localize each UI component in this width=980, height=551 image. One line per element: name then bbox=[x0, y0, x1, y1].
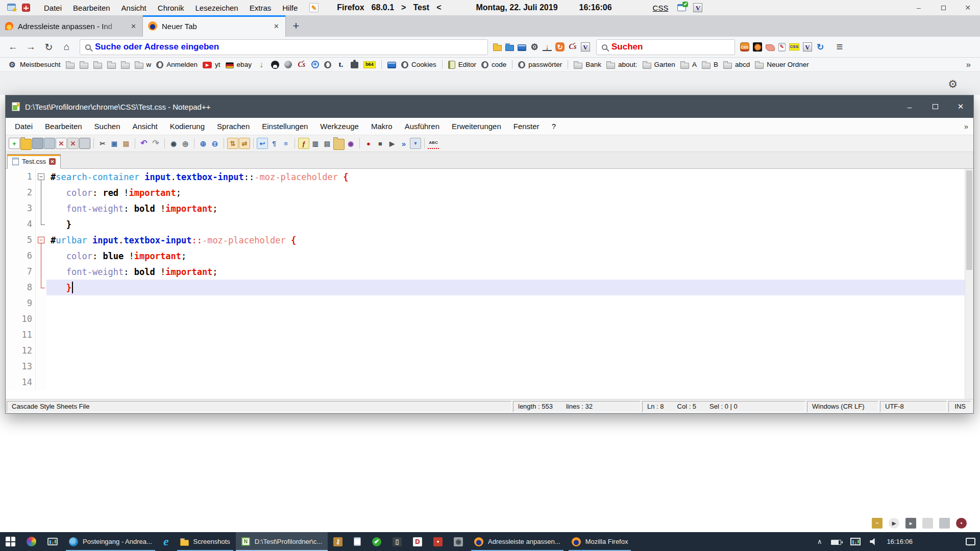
bookmark-folder-bank[interactable]: Bank bbox=[571, 61, 604, 69]
code-line-1[interactable]: 1−#search-container input.textbox-input:… bbox=[6, 169, 973, 185]
new-tab-button[interactable]: + bbox=[286, 15, 306, 37]
bookmark-folder[interactable] bbox=[91, 61, 105, 69]
red-box-icon[interactable]: ▪ bbox=[428, 532, 448, 551]
bookmark-anmelden[interactable]: Anmelden bbox=[154, 61, 200, 68]
code-line-6[interactable]: 6 color: blue !important; bbox=[6, 248, 973, 264]
bookmark-sphere[interactable] bbox=[282, 61, 295, 68]
lock-red-icon[interactable]: • bbox=[956, 518, 967, 529]
restore-button[interactable] bbox=[931, 0, 955, 15]
bookmark-b64[interactable]: b64 bbox=[361, 61, 378, 68]
paste-icon[interactable]: ▤ bbox=[120, 138, 132, 149]
tray-chevron-icon[interactable]: ∧ bbox=[813, 538, 827, 545]
bookmark-folder[interactable] bbox=[118, 61, 132, 69]
taskbar-firefox-2[interactable]: Mozilla Firefox bbox=[566, 532, 634, 551]
scrollbar-thumb[interactable] bbox=[966, 170, 972, 270]
function-list-icon[interactable]: ƒ bbox=[298, 138, 309, 149]
bookmark-folder[interactable] bbox=[63, 61, 77, 69]
notepadpp-titlebar[interactable]: D:\Test\Profilordner\chrome\CSS\Test.css… bbox=[6, 95, 973, 118]
reload-button[interactable]: ↻ bbox=[40, 39, 58, 55]
bookmark-folder-neuer-ordner[interactable]: Neuer Ordner bbox=[752, 61, 812, 69]
cut-icon[interactable]: ✂ bbox=[97, 138, 108, 149]
sync-scroll-v-icon[interactable]: ⇅ bbox=[227, 138, 238, 149]
doc-map-icon[interactable]: ▥ bbox=[310, 138, 321, 149]
network-icon[interactable] bbox=[846, 538, 865, 545]
fold-margin[interactable] bbox=[35, 248, 46, 264]
minimize-button[interactable]: – bbox=[906, 0, 931, 15]
close-all-icon[interactable]: ✕ bbox=[67, 138, 79, 149]
fold-margin[interactable] bbox=[35, 216, 46, 232]
notes-icon[interactable] bbox=[348, 532, 366, 551]
code-line-11[interactable]: 11 bbox=[6, 327, 973, 343]
npp-menu-einstellungen[interactable]: Einstellungen bbox=[256, 122, 314, 131]
save-all-icon[interactable] bbox=[44, 138, 55, 149]
bookmark-globe[interactable] bbox=[322, 61, 334, 68]
newtab-gear-icon[interactable]: ⚙ bbox=[948, 78, 958, 90]
bookmark-folder[interactable] bbox=[77, 61, 91, 69]
word-wrap-icon[interactable]: ↩ bbox=[257, 138, 268, 149]
browser-tab[interactable]: Adressleiste anpassen - Ind✕ bbox=[0, 15, 143, 37]
dark-app-icon[interactable]: ▯ bbox=[387, 532, 407, 551]
npp-menu-bearbeiten[interactable]: Bearbeiten bbox=[39, 122, 88, 131]
code-line-12[interactable]: 12 bbox=[6, 343, 973, 359]
bookmark-code[interactable]: code bbox=[479, 61, 509, 68]
macro-record-icon[interactable]: ● bbox=[363, 138, 374, 149]
tab-close-icon[interactable]: ✕ bbox=[49, 158, 56, 165]
v-badge-icon[interactable]: V bbox=[581, 42, 590, 52]
code-line-3[interactable]: 3 font-weight: bold !important; bbox=[6, 201, 973, 216]
copy-icon[interactable]: ▣ bbox=[109, 138, 120, 149]
sync-blue-icon[interactable]: ↻ bbox=[816, 42, 825, 52]
npp-menu-suchen[interactable]: Suchen bbox=[88, 122, 127, 131]
play-circle-icon[interactable]: ▶ bbox=[889, 518, 899, 529]
find-icon[interactable]: ◉ bbox=[168, 138, 179, 149]
npp-menu-overflow[interactable]: » bbox=[964, 122, 973, 131]
taskbar-explorer-screenshots[interactable]: Screenshots bbox=[175, 532, 236, 551]
battery-icon[interactable] bbox=[826, 539, 846, 545]
download-icon[interactable]: ↓ bbox=[543, 43, 552, 51]
url-bar[interactable]: Suche oder Adresse eingeben bbox=[80, 39, 488, 55]
status-encoding[interactable]: UTF-8 bbox=[880, 401, 947, 412]
paint-icon[interactable]: ~ bbox=[872, 518, 883, 529]
macro-run-multi-icon[interactable]: » bbox=[398, 138, 409, 149]
volume-icon[interactable] bbox=[865, 538, 882, 545]
code-line-14[interactable]: 14 bbox=[6, 374, 973, 390]
camera-icon[interactable]: ◉ bbox=[448, 532, 469, 551]
tab-testcss[interactable]: Test.css ✕ bbox=[7, 154, 61, 169]
bookmark-meistbesucht[interactable]: ⚙Meistbesucht bbox=[5, 60, 63, 69]
menu-button[interactable]: ≡ bbox=[831, 40, 848, 54]
bookmark-yt[interactable]: ▶yt bbox=[200, 61, 223, 68]
monitoring-icon[interactable]: ◉ bbox=[345, 138, 356, 149]
npp-menu-sprachen[interactable]: Sprachen bbox=[211, 122, 256, 131]
bookmark-folder-a[interactable]: A bbox=[678, 61, 699, 69]
print-icon[interactable] bbox=[79, 138, 90, 149]
page-gray-icon[interactable] bbox=[922, 518, 933, 529]
npp-menu-ansicht[interactable]: Ansicht bbox=[126, 122, 163, 131]
menu-extras[interactable]: Extras bbox=[244, 4, 277, 12]
note-pencil-icon[interactable]: ✎ bbox=[309, 3, 318, 12]
bookmark-folder-abcd[interactable]: abcd bbox=[721, 61, 752, 69]
npp-menu-makro[interactable]: Makro bbox=[365, 122, 399, 131]
v-badge-icon[interactable]: V bbox=[693, 3, 702, 12]
code-line-2[interactable]: 2 color: red !important; bbox=[6, 185, 973, 201]
macro-stop-icon[interactable]: ■ bbox=[375, 138, 386, 149]
close-file-icon[interactable]: ✕ bbox=[56, 138, 67, 149]
indent-guide-icon[interactable]: ≡ bbox=[280, 138, 291, 149]
new-file-icon[interactable]: + bbox=[9, 138, 20, 149]
show-all-chars-icon[interactable]: ¶ bbox=[268, 138, 280, 149]
status-eol-format[interactable]: Windows (CR LF) bbox=[807, 401, 878, 412]
vertical-scrollbar[interactable] bbox=[965, 169, 973, 399]
npp-menu-datei[interactable]: Datei bbox=[9, 122, 39, 131]
code-line-4[interactable]: 4 } bbox=[6, 216, 973, 232]
fold-margin[interactable]: − bbox=[35, 232, 46, 248]
forward-button[interactable]: → bbox=[22, 39, 40, 55]
tab-close-icon[interactable]: ✕ bbox=[130, 21, 137, 31]
menu-hilfe[interactable]: Hilfe bbox=[277, 4, 303, 12]
css-menu-label[interactable]: CSS bbox=[653, 4, 669, 12]
home-button[interactable]: ⌂ bbox=[58, 39, 76, 55]
status-insert-mode[interactable]: INS bbox=[948, 401, 971, 412]
d-red-icon[interactable]: D bbox=[407, 532, 428, 551]
bookmark-window[interactable] bbox=[385, 61, 399, 68]
save-icon[interactable] bbox=[32, 138, 43, 149]
folder-workspace-icon[interactable] bbox=[333, 139, 345, 150]
menu-datei[interactable]: Datei bbox=[38, 4, 67, 12]
code-line-9[interactable]: 9 bbox=[6, 295, 973, 311]
